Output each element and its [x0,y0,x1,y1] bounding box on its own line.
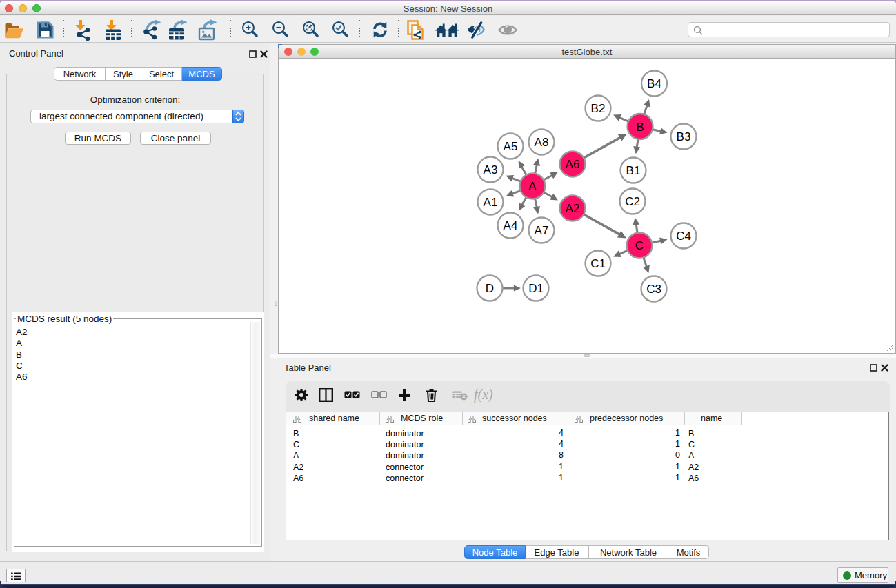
svg-text:C3: C3 [646,283,661,296]
svg-text:A7: A7 [535,224,549,237]
svg-text:D: D [486,282,494,295]
svg-text:A3: A3 [484,163,498,176]
svg-text:C4: C4 [676,230,691,243]
svg-text:A1: A1 [484,196,498,209]
svg-text:B: B [636,121,644,134]
svg-text:A6: A6 [566,158,580,171]
svg-text:A8: A8 [535,136,549,149]
svg-text:A4: A4 [504,219,518,232]
svg-text:B1: B1 [626,164,641,177]
svg-text:A: A [528,180,537,193]
svg-text:A5: A5 [504,140,518,153]
svg-text:C1: C1 [590,257,606,270]
svg-text:C: C [635,239,644,252]
svg-text:D1: D1 [528,282,544,295]
svg-text:C2: C2 [625,195,640,208]
svg-text:B3: B3 [677,130,691,143]
svg-text:B4: B4 [647,77,661,90]
svg-text:B2: B2 [591,102,606,115]
svg-text:A2: A2 [566,202,580,215]
